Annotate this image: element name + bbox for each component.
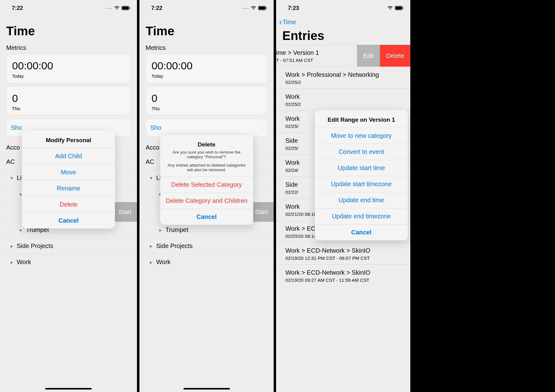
chevron-right-icon <box>20 227 22 233</box>
timer-sub2: This <box>12 106 125 111</box>
sheet-title: Delete <box>160 135 253 150</box>
entry-title: ime > Version 1 <box>276 49 354 56</box>
nav-bar: ‹ Time <box>276 12 410 27</box>
svg-rect-1 <box>122 7 129 10</box>
timer-value2: 0 <box>152 92 262 104</box>
home-indicator <box>183 388 230 390</box>
entry-content: ime > Version 1 T - 07:51 AM CST <box>276 45 357 67</box>
sheet-message-1: Are you sure you wish to remove the cate… <box>160 150 253 162</box>
svg-rect-2 <box>130 7 130 9</box>
category-side-projects[interactable]: Side Projects <box>139 238 274 254</box>
timer-value2: 0 <box>12 92 125 104</box>
timer-sub: Today <box>12 74 125 79</box>
svg-rect-5 <box>266 7 267 9</box>
chevron-right-icon: › <box>124 124 126 131</box>
page-title: Time <box>0 12 137 40</box>
chevron-right-icon <box>150 243 152 249</box>
chevron-right-icon <box>11 259 13 265</box>
update-end-time-button[interactable]: Update end time <box>315 192 408 208</box>
update-start-tz-button[interactable]: Update start timezone <box>315 176 408 192</box>
sheet-title: Edit Range on Version 1 <box>315 110 408 128</box>
entry-title: Work > Professional > Networking <box>285 71 405 78</box>
svg-rect-7 <box>395 7 402 10</box>
home-indicator <box>45 388 92 390</box>
sheet-message-2: Any entries attached to deleted categori… <box>160 162 253 176</box>
entry-row-swiped[interactable]: ime > Version 1 T - 07:51 AM CST Edit De… <box>276 45 410 67</box>
edit-range-sheet: Edit Range on Version 1 Move to new cate… <box>315 110 408 240</box>
entry-row[interactable]: Work > ECD-Network > SkinIO 02/19/20 12:… <box>276 242 410 264</box>
wifi-icon <box>387 6 393 10</box>
status-time: 7:22 <box>12 5 23 11</box>
entry-sub: 02/25/2 <box>285 80 405 85</box>
move-category-button[interactable]: Move to new category <box>315 128 408 144</box>
entry-sub: 02/19/20 12:31 PM CST - 06:07 PM CST <box>285 255 405 261</box>
show-label: Sho <box>11 124 22 131</box>
timer-sub2: This <box>152 106 262 111</box>
metrics-label: Metrics <box>139 40 274 54</box>
delete-button[interactable]: Delete <box>22 196 115 212</box>
chevron-down-icon <box>150 175 152 181</box>
back-chevron-icon[interactable]: ‹ <box>279 17 282 27</box>
signal-dots: •••• <box>105 6 112 11</box>
status-bar: 7:23 <box>276 0 410 12</box>
sheet-title: Modify Personal <box>22 131 115 148</box>
entry-row[interactable]: Work 02/25/2 <box>276 89 410 111</box>
cancel-button[interactable]: Cancel <box>160 209 253 225</box>
entry-row[interactable]: Work > ECD-Network > SkinIO 02/19/20 09:… <box>276 264 410 286</box>
chevron-right-icon <box>159 227 162 233</box>
screen-delete-confirm: 7:22 •••• Time Metrics 00:00:00 Today 0 … <box>137 0 274 392</box>
metrics-card-this[interactable]: 0 This <box>146 86 267 115</box>
battery-icon <box>121 6 130 10</box>
entry-sub: T - 07:51 AM CST <box>276 58 354 63</box>
metrics-card-today[interactable]: 00:00:00 Today <box>146 54 267 83</box>
entry-row[interactable]: Work > Professional > Networking 02/25/2 <box>276 67 410 89</box>
status-bar: 7:22 •••• <box>0 0 137 12</box>
metrics-card-today[interactable]: 00:00:00 Today <box>6 54 131 83</box>
show-label: Sho <box>150 124 161 131</box>
chevron-down-icon <box>11 175 13 181</box>
swipe-edit-button[interactable]: Edit <box>357 45 380 67</box>
svg-rect-8 <box>403 7 403 9</box>
add-child-button[interactable]: Add Child <box>22 148 115 164</box>
delete-selected-button[interactable]: Delete Selected Category <box>160 176 253 193</box>
convert-event-button[interactable]: Convert to event <box>315 144 408 160</box>
chevron-right-icon: › <box>261 124 263 131</box>
swipe-delete-button[interactable]: Delete <box>380 45 410 67</box>
entry-title: Work > ECD-Network > SkinIO <box>285 247 405 254</box>
entry-title: Work > ECD-Network > SkinIO <box>285 269 405 276</box>
entry-title: Work <box>285 93 405 100</box>
timer-sub: Today <box>152 74 262 79</box>
chevron-right-icon <box>150 259 152 265</box>
category-work[interactable]: Work <box>0 254 137 270</box>
delete-with-children-button[interactable]: Delete Category and Children <box>160 193 253 209</box>
category-side-projects[interactable]: Side Projects <box>0 238 137 254</box>
show-more-row[interactable]: Sho › <box>146 119 267 137</box>
cancel-button[interactable]: Cancel <box>22 212 115 229</box>
wifi-icon <box>114 6 120 10</box>
entry-sub: 02/25/2 <box>285 102 405 107</box>
timer-value: 00:00:00 <box>152 60 262 72</box>
category-work[interactable]: Work <box>139 254 274 270</box>
update-start-time-button[interactable]: Update start time <box>315 160 408 176</box>
start-button[interactable]: Start <box>113 202 137 222</box>
status-right <box>387 6 403 10</box>
chevron-right-icon <box>11 243 13 249</box>
metrics-label: Metrics <box>0 40 137 54</box>
back-button[interactable]: Time <box>283 19 296 26</box>
screen-entries: 7:23 ‹ Time Entries ime > Version 1 T - … <box>274 0 410 392</box>
timer-value: 00:00:00 <box>12 60 125 72</box>
wifi-icon <box>251 6 256 10</box>
signal-dots: •••• <box>242 6 249 11</box>
metrics-card-this[interactable]: 0 This <box>6 86 131 115</box>
svg-rect-4 <box>259 7 265 10</box>
status-bar: 7:22 •••• <box>139 0 274 12</box>
rename-button[interactable]: Rename <box>22 180 115 196</box>
status-right: •••• <box>105 6 130 11</box>
update-end-tz-button[interactable]: Update end timezone <box>315 208 408 224</box>
modify-sheet: Modify Personal Add Child Move Rename De… <box>22 131 115 229</box>
move-button[interactable]: Move <box>22 164 115 180</box>
cancel-button[interactable]: Cancel <box>315 224 408 240</box>
entry-sub: 02/19/20 09:27 AM CST - 11:59 AM CST <box>285 277 405 283</box>
status-time: 7:23 <box>288 5 299 11</box>
status-time: 7:22 <box>151 5 162 11</box>
